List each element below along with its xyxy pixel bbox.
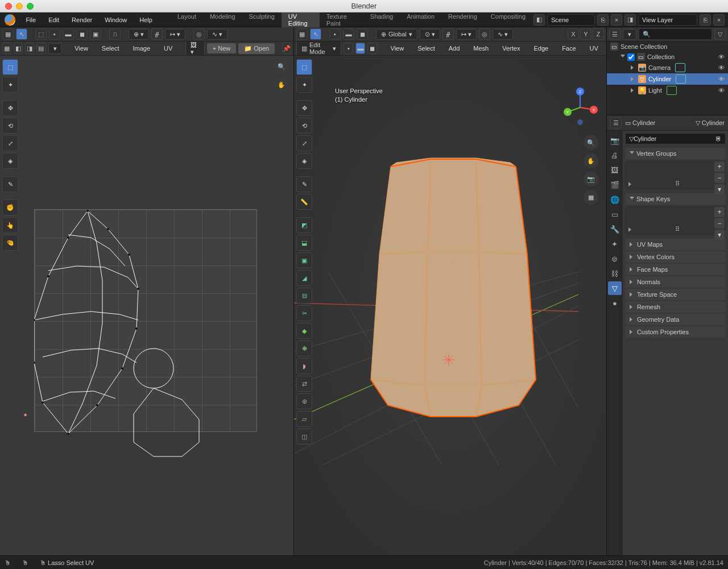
vp-mirror-z-icon[interactable]: Z: [593, 28, 604, 40]
panel-remesh[interactable]: Remesh: [625, 301, 726, 313]
vp-mirror-y-icon[interactable]: Y: [580, 28, 592, 40]
uv-snap-icon[interactable]: ᚌ: [151, 28, 163, 40]
vp-pan-icon[interactable]: ✋: [584, 153, 598, 168]
nav-gizmo[interactable]: Z X Y: [560, 87, 601, 128]
shape-keys-list[interactable]: +−▾ ⠿: [625, 206, 726, 235]
vp-select-mode-icon[interactable]: ↖: [310, 28, 321, 40]
menu-file[interactable]: File: [20, 14, 42, 26]
uv-proportional-icon[interactable]: ◎: [193, 28, 205, 40]
panel-normals[interactable]: Normals: [625, 276, 726, 288]
vp-proportional-icon[interactable]: ◎: [479, 28, 490, 40]
scene-browse-icon[interactable]: ◧: [533, 14, 545, 26]
vp-tool-edgeslide-icon[interactable]: ⇄: [296, 376, 312, 392]
uv-tool-grab-icon[interactable]: ✊: [2, 200, 18, 215]
ptab-viewlayer-icon[interactable]: 🖼: [608, 163, 622, 177]
panel-custom-props[interactable]: Custom Properties: [625, 326, 726, 338]
panel-face-maps[interactable]: Face Maps: [625, 264, 726, 275]
visibility-icon[interactable]: 👁: [718, 76, 725, 82]
vp-menu-edge[interactable]: Edge: [528, 43, 554, 54]
vp-tool-cursor-icon[interactable]: ✦: [296, 77, 312, 93]
vp-tool-knife-icon[interactable]: ✂: [296, 305, 312, 321]
outliner-type-icon[interactable]: ☰: [609, 28, 621, 40]
scene-input[interactable]: [551, 16, 591, 23]
vp-snap-icon[interactable]: ᚌ: [442, 28, 454, 40]
window-close-button[interactable]: [5, 3, 12, 10]
panel-vertex-groups[interactable]: Vertex Groups: [625, 148, 726, 159]
vp-tool-inset-icon[interactable]: ▣: [296, 252, 312, 268]
vp-selmode-vert-icon[interactable]: ▪: [344, 43, 353, 54]
uv-new-button[interactable]: + New: [207, 43, 236, 53]
disclosure-icon[interactable]: [631, 65, 636, 70]
outliner-filter-icon[interactable]: ▽: [714, 28, 726, 40]
vg-menu-icon[interactable]: ▾: [714, 184, 725, 194]
vp-menu-select[interactable]: Select: [412, 43, 441, 54]
vp-tool-loopcut-icon[interactable]: ⊟: [296, 288, 312, 304]
vp-tool-shrink-icon[interactable]: ⊛: [296, 393, 312, 409]
3d-viewport[interactable]: User Perspective (1) Cylinder: [294, 56, 606, 555]
visibility-icon[interactable]: 👁: [718, 64, 725, 71]
panel-uv-maps[interactable]: UV Maps: [625, 239, 726, 250]
scene-del-icon[interactable]: ×: [611, 14, 622, 26]
vertex-groups-list[interactable]: +−▾ ⠿: [625, 160, 726, 190]
window-minimize-button[interactable]: [16, 3, 23, 10]
viewlayer-browse-icon[interactable]: ◨: [624, 14, 636, 26]
vg-remove-icon[interactable]: −: [714, 173, 725, 183]
properties-content[interactable]: ▽ ⛨ Vertex Groups +−▾ ⠿ Shape Keys +−▾ ⠿…: [623, 131, 728, 555]
vp-menu-mesh[interactable]: Mesh: [468, 43, 494, 54]
sk-menu-icon[interactable]: ▾: [714, 230, 725, 240]
uv-open-button[interactable]: 📁 Open: [238, 43, 275, 54]
uv-tool-move-icon[interactable]: ✥: [2, 100, 18, 116]
menu-window[interactable]: Window: [99, 14, 133, 26]
ptab-constraint-icon[interactable]: ⛓: [608, 267, 622, 280]
visibility-icon[interactable]: 👁: [718, 87, 725, 94]
vp-tool-smooth-icon[interactable]: ◗: [296, 358, 312, 374]
menu-edit[interactable]: Edit: [43, 14, 65, 26]
vg-add-icon[interactable]: +: [714, 161, 725, 172]
outliner-collection[interactable]: ▭ Collection 👁: [607, 52, 728, 62]
visibility-icon[interactable]: 👁: [718, 53, 725, 60]
editor-type-3d-icon[interactable]: ▦: [296, 28, 308, 40]
ptab-particles-icon[interactable]: ✦: [608, 237, 622, 251]
vp-tool-polybuild-icon[interactable]: ◆: [296, 323, 312, 339]
uv-pan-icon[interactable]: ✋: [274, 77, 289, 92]
sk-add-icon[interactable]: +: [714, 207, 725, 217]
vp-face-mode-icon[interactable]: ◼: [357, 28, 368, 40]
uv-menu-image[interactable]: Image: [127, 43, 156, 54]
outliner-item-light[interactable]: 💡 Light 👁: [607, 85, 728, 96]
window-maximize-button[interactable]: [27, 3, 34, 10]
vp-pivot-dropdown[interactable]: ⊙ ▾: [420, 29, 440, 40]
viewlayer-del-icon[interactable]: ×: [713, 14, 725, 26]
ptab-material-icon[interactable]: ●: [608, 296, 622, 310]
scene-field[interactable]: [547, 14, 595, 26]
uv-tool-scale-icon[interactable]: ⤢: [2, 135, 18, 151]
uv-menu-uv[interactable]: UV: [158, 43, 178, 54]
vp-camera-icon[interactable]: 📷: [584, 172, 598, 186]
tab-uv-editing[interactable]: UV Editing: [282, 10, 320, 30]
vp-tool-extrude-icon[interactable]: ⬓: [296, 235, 312, 251]
ptab-physics-icon[interactable]: ⊚: [608, 252, 622, 265]
uv-tool-annotate-icon[interactable]: ✎: [2, 176, 18, 192]
tab-texture-paint[interactable]: Texture Paint: [320, 10, 363, 30]
uv-tool-select-icon[interactable]: ⬚: [2, 59, 18, 75]
vp-tool-scale-icon[interactable]: ⤢: [296, 135, 312, 151]
uv-sync-icon[interactable]: ⬚: [35, 28, 47, 40]
uv-snap-type-dropdown[interactable]: ↦ ▾: [165, 29, 185, 40]
props-type-icon[interactable]: ☰: [610, 117, 622, 128]
tab-layout[interactable]: Layout: [171, 10, 203, 30]
uv-falloff-dropdown[interactable]: ∿ ▾: [207, 29, 228, 40]
uv-pivot-dropdown[interactable]: ⊕ ▾: [129, 29, 149, 40]
vp-tool-addcube-icon[interactable]: ◩: [296, 217, 312, 233]
uv-vert-mode-icon[interactable]: ▪: [49, 28, 60, 40]
vp-persp-icon[interactable]: ▦: [584, 190, 598, 205]
uv-tool-transform-icon[interactable]: ◈: [2, 153, 18, 169]
disclosure-icon[interactable]: [631, 77, 636, 81]
vp-vert-mode-icon[interactable]: ▪: [329, 28, 341, 40]
uv-menu-select[interactable]: Select: [96, 43, 125, 54]
uv-t3-icon[interactable]: ◨: [25, 43, 34, 54]
panel-geometry-data[interactable]: Geometry Data: [625, 314, 726, 325]
editor-type-uv-icon[interactable]: ▦: [2, 28, 14, 40]
uv-edge-mode-icon[interactable]: ▬: [63, 28, 74, 40]
collection-enable-checkbox[interactable]: [627, 53, 635, 61]
menu-help[interactable]: Help: [134, 14, 158, 26]
uv-zoom-icon[interactable]: 🔍: [274, 59, 289, 74]
